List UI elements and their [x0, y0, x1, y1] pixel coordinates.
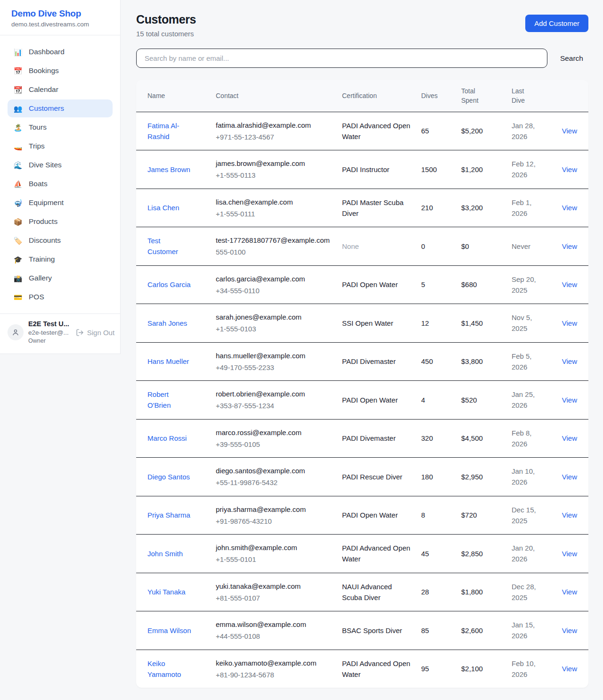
cell-certification: None — [342, 241, 421, 252]
table-row: Diego Santos diego.santos@example.com +5… — [136, 457, 588, 496]
customer-email: yuki.tanaka@example.com — [216, 581, 334, 592]
view-link[interactable]: View — [562, 165, 577, 173]
cell-certification: PADI Open Water — [342, 395, 421, 405]
sidebar-item-label: Customers — [29, 104, 64, 113]
sign-out-icon — [76, 329, 84, 337]
customer-phone: +39-555-0105 — [216, 439, 334, 450]
customer-name-link[interactable]: James Brown — [147, 164, 190, 175]
customer-certification: SSI Open Water — [342, 319, 393, 327]
sidebar-item-customers[interactable]: 👥 Customers — [8, 99, 113, 117]
sidebar-item-boats[interactable]: ⛵ Boats — [8, 175, 113, 193]
package-icon: 📦 — [13, 218, 23, 225]
cell-last-dive: Feb 1, 2026 — [512, 197, 559, 219]
sign-out-button[interactable]: Sign Out — [76, 329, 114, 337]
cell-last-dive: Dec 28, 2025 — [512, 581, 559, 603]
cell-actions: View — [559, 510, 577, 520]
customer-name-link[interactable]: Sarah Jones — [147, 318, 187, 329]
view-link[interactable]: View — [562, 319, 577, 327]
table-row: Marco Rossi marco.rossi@example.com +39-… — [136, 419, 588, 458]
customer-email: marco.rossi@example.com — [216, 427, 334, 438]
customer-phone: +44-555-0108 — [216, 631, 334, 642]
sidebar-item-pos[interactable]: 💳 POS — [8, 288, 113, 306]
customer-name-link[interactable]: John Smith — [147, 548, 183, 559]
cell-last-dive: Jan 25, 2026 — [512, 389, 559, 411]
table-row: Lisa Chen lisa.chen@example.com +1-555-0… — [136, 189, 588, 227]
customer-last-dive: Jan 28, 2026 — [512, 120, 542, 142]
view-link[interactable]: View — [562, 204, 577, 212]
customer-name-link[interactable]: Emma Wilson — [147, 625, 191, 636]
sidebar-item-label: Dive Sites — [29, 161, 62, 169]
bar-chart-icon: 📊 — [13, 49, 23, 56]
view-link[interactable]: View — [562, 242, 577, 250]
cell-total-spent: $3,800 — [461, 356, 512, 367]
customer-name-link[interactable]: Carlos Garcia — [147, 279, 191, 290]
view-link[interactable]: View — [562, 550, 577, 558]
cell-total-spent: $1,450 — [461, 318, 512, 329]
sidebar-item-trips[interactable]: 🚤 Trips — [8, 137, 113, 155]
search-button[interactable]: Search — [560, 54, 583, 63]
customer-name-link[interactable]: Test Customer — [147, 235, 191, 257]
customer-name-link[interactable]: Fatima Al-Rashid — [147, 120, 191, 142]
speedboat-icon: 🚤 — [13, 143, 23, 150]
cell-total-spent: $2,850 — [461, 548, 512, 559]
add-customer-button[interactable]: Add Customer — [525, 15, 588, 32]
search-input[interactable] — [136, 49, 547, 68]
customer-total-spent: $1,800 — [461, 588, 483, 596]
cell-total-spent: $1,800 — [461, 586, 512, 597]
page-title-block: Customers 15 total customers — [136, 13, 196, 38]
view-link[interactable]: View — [562, 665, 577, 673]
user-role: Owner — [28, 338, 113, 344]
customer-name-link[interactable]: Robert O'Brien — [147, 389, 191, 411]
view-link[interactable]: View — [562, 626, 577, 634]
cell-total-spent: $5,200 — [461, 125, 512, 136]
view-link[interactable]: View — [562, 434, 577, 442]
view-link[interactable]: View — [562, 357, 577, 365]
customer-name-link[interactable]: Marco Rossi — [147, 433, 187, 444]
sidebar-item-dive-sites[interactable]: 🌊 Dive Sites — [8, 156, 113, 174]
sidebar-item-discounts[interactable]: 🏷️ Discounts — [8, 231, 113, 249]
sign-out-label: Sign Out — [87, 329, 114, 337]
customer-name-link[interactable]: Lisa Chen — [147, 202, 179, 213]
customer-phone: +34-555-0110 — [216, 285, 334, 296]
view-link[interactable]: View — [562, 473, 577, 481]
user-name: E2E Test U... — [28, 320, 113, 328]
customer-phone: +353-87-555-1234 — [216, 400, 334, 411]
cell-certification: PADI Advanced Open Water — [342, 543, 421, 565]
customer-name-link[interactable]: Priya Sharma — [147, 510, 190, 520]
column-header-dives: Dives — [421, 85, 461, 107]
customer-email: keiko.yamamoto@example.com — [216, 658, 334, 668]
cell-dives: 210 — [421, 202, 461, 213]
cell-name: John Smith — [147, 548, 216, 559]
view-link[interactable]: View — [562, 396, 577, 404]
customer-last-dive: Never — [512, 241, 530, 252]
customer-name-link[interactable]: Hans Mueller — [147, 356, 189, 367]
view-link[interactable]: View — [562, 511, 577, 519]
cell-contact: james.brown@example.com +1-555-0113 — [216, 158, 342, 181]
view-link[interactable]: View — [562, 127, 577, 135]
customer-total-spent: $2,600 — [461, 626, 483, 634]
customer-email: diego.santos@example.com — [216, 465, 334, 476]
customer-phone: +81-90-1234-5678 — [216, 669, 334, 680]
customer-name-link[interactable]: Yuki Tanaka — [147, 586, 186, 597]
customer-dives: 0 — [421, 242, 425, 250]
graduation-cap-icon: 🎓 — [13, 256, 23, 263]
cell-actions: View — [559, 164, 577, 175]
cell-last-dive: Dec 15, 2025 — [512, 504, 559, 527]
sidebar-item-training[interactable]: 🎓 Training — [8, 250, 113, 268]
customer-name-link[interactable]: Diego Santos — [147, 471, 190, 482]
sidebar-item-calendar[interactable]: 📆 Calendar — [8, 81, 113, 99]
customer-name-link[interactable]: Keiko Yamamoto — [147, 658, 191, 680]
table-row: Fatima Al-Rashid fatima.alrashid@example… — [136, 112, 588, 150]
sidebar-item-bookings[interactable]: 📅 Bookings — [8, 62, 113, 80]
table-header-row: Name Contact Certification Dives Total S… — [136, 80, 588, 112]
sidebar-item-dashboard[interactable]: 📊 Dashboard — [8, 43, 113, 61]
sidebar-item-products[interactable]: 📦 Products — [8, 213, 113, 231]
sidebar-item-equipment[interactable]: 🤿 Equipment — [8, 194, 113, 212]
sidebar-item-gallery[interactable]: 📸 Gallery — [8, 269, 113, 287]
table-row: Keiko Yamamoto keiko.yamamoto@example.co… — [136, 650, 588, 688]
table-row: Test Customer test-1772681807767@example… — [136, 227, 588, 265]
sidebar-item-tours[interactable]: 🏝️ Tours — [8, 118, 113, 136]
cell-actions: View — [559, 471, 577, 482]
view-link[interactable]: View — [562, 280, 577, 288]
view-link[interactable]: View — [562, 588, 577, 596]
